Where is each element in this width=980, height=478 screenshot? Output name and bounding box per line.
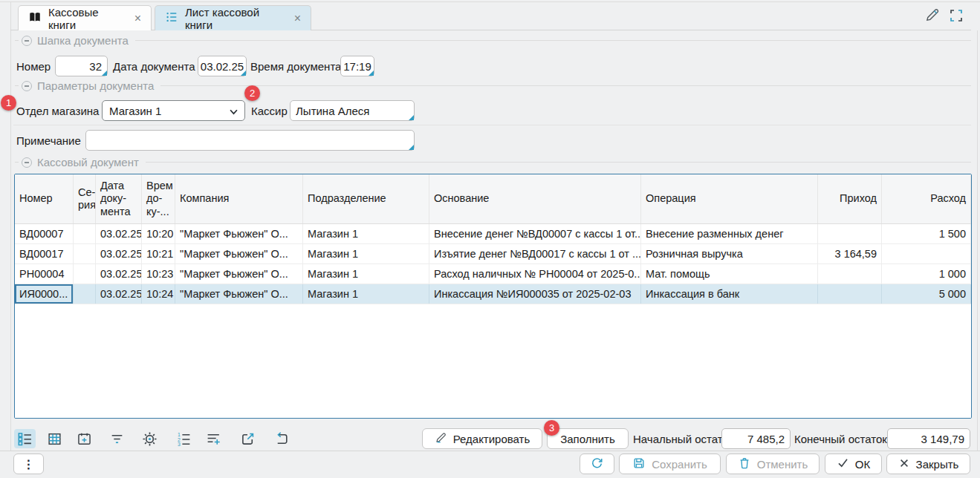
column-header[interactable]: Операция <box>641 174 818 223</box>
table-cell[interactable]: Магазин 1 <box>303 244 429 263</box>
table-cell[interactable]: "Маркет Фьюжен" О... <box>175 264 303 284</box>
divider <box>0 451 980 451</box>
column-header[interactable]: Се-рия <box>74 174 96 223</box>
column-header[interactable]: Основание <box>429 174 641 223</box>
save-button[interactable]: Сохранить <box>619 454 721 474</box>
table-cell[interactable]: "Маркет Фьюжен" О... <box>175 224 303 243</box>
refresh-button[interactable] <box>580 454 614 474</box>
table-cell[interactable] <box>74 264 96 284</box>
table-cell[interactable]: РН00004 <box>15 264 74 284</box>
table-cell[interactable]: 03.02.25 <box>96 224 142 243</box>
table-cell[interactable]: 10:23 <box>142 264 175 284</box>
note-input[interactable] <box>85 130 415 151</box>
table-cell[interactable] <box>818 284 882 304</box>
table-cell[interactable]: 10:21 <box>142 244 175 263</box>
table-cell[interactable]: Магазин 1 <box>303 284 429 304</box>
store-department-select[interactable]: Магазин 1 <box>102 100 245 121</box>
add-lines-icon[interactable] <box>203 429 224 448</box>
view-list-icon[interactable] <box>14 429 36 448</box>
table-cell[interactable]: Внесение денег №ВД00007 с кассы 1 от... <box>429 224 641 243</box>
table-cell[interactable]: ВД00017 <box>15 244 74 263</box>
table-cell[interactable]: 10:20 <box>142 224 175 243</box>
table-row[interactable]: ИЯ0000...03.02.2510:24"Маркет Фьюжен" О.… <box>15 284 971 304</box>
opening-balance-input[interactable] <box>721 428 791 449</box>
table-cell[interactable]: Внесение разменных денег <box>641 224 818 243</box>
table-row[interactable]: ВД0000703.02.2510:20"Маркет Фьюжен" О...… <box>15 224 971 244</box>
tab-close-icon[interactable]: × <box>294 13 301 24</box>
number-input[interactable] <box>55 56 108 76</box>
column-header[interactable]: Приход <box>818 174 882 223</box>
section-title: Параметры документа <box>37 79 154 92</box>
list-icon <box>165 10 178 26</box>
tab-cash-books[interactable]: Кассовые книги × <box>18 5 152 30</box>
collapse-icon[interactable] <box>22 81 32 91</box>
table-cell[interactable]: Розничная выручка <box>641 244 818 263</box>
collapse-icon[interactable] <box>22 36 32 46</box>
cashier-label: Кассир <box>251 100 288 121</box>
fullscreen-icon[interactable] <box>947 7 965 24</box>
table-cell[interactable]: Инкассация в банк <box>641 284 818 304</box>
edit-pencil-icon[interactable] <box>924 6 941 24</box>
close-button[interactable]: Закрыть <box>886 454 970 474</box>
column-header[interactable]: Врем до-ку-... <box>142 174 175 223</box>
table-cell[interactable]: "Маркет Фьюжен" О... <box>175 244 303 263</box>
table-cell[interactable]: 1 500 <box>882 224 971 243</box>
open-external-icon[interactable] <box>237 429 259 448</box>
table-cell[interactable]: Инкассация №ИЯ000035 от 2025-02-03 <box>429 284 641 304</box>
table-cell[interactable]: 10:24 <box>142 284 175 304</box>
tab-cash-book-sheet[interactable]: Лист кассовой книги × <box>155 5 311 30</box>
closing-balance-input[interactable] <box>887 428 970 449</box>
table-cell[interactable]: ИЯ0000... <box>15 284 74 304</box>
table-row[interactable]: ВД0001703.02.2510:21"Маркет Фьюжен" О...… <box>15 244 971 264</box>
column-header[interactable]: Расход <box>882 174 971 223</box>
table-cell[interactable] <box>882 244 971 263</box>
collapse-icon[interactable] <box>22 157 32 168</box>
tab-label: Лист кассовой книги <box>185 6 286 31</box>
table-cell[interactable]: Изъятие денег №ВД00017 с кассы 1 от ... <box>429 244 641 263</box>
cashier-input[interactable] <box>290 100 415 121</box>
numbered-list-icon[interactable]: 1 2 3 <box>173 429 195 448</box>
column-header[interactable]: Компания <box>175 174 303 223</box>
modified-corner-marker <box>409 115 414 120</box>
ok-button[interactable]: ОК <box>825 454 882 474</box>
more-actions-button[interactable]: ⋮ <box>13 454 44 474</box>
table-cell[interactable]: ВД00007 <box>15 224 74 243</box>
note-label: Примечание <box>16 130 81 151</box>
gear-icon[interactable] <box>139 429 160 448</box>
table-cell[interactable]: 03.02.25 <box>96 264 142 284</box>
table-cell[interactable] <box>74 244 96 263</box>
table-cell[interactable] <box>74 224 96 243</box>
table-cell[interactable]: Магазин 1 <box>303 264 429 284</box>
edit-button-label: Редактировать <box>453 433 530 445</box>
table-cell[interactable] <box>74 284 96 304</box>
column-header[interactable]: Номер <box>15 174 74 223</box>
table-grid-icon[interactable] <box>44 429 65 448</box>
save-button-label: Сохранить <box>652 458 707 471</box>
edit-button[interactable]: Редактировать <box>422 428 542 449</box>
table-cell[interactable]: 5 000 <box>882 284 971 304</box>
table-cell[interactable]: Расход наличных № РН00004 от 2025-0... <box>429 264 641 284</box>
doc-date-input[interactable] <box>198 56 247 76</box>
table-cell[interactable]: 1 000 <box>882 264 971 284</box>
cancel-button[interactable]: Отменить <box>726 454 820 474</box>
fill-button[interactable]: Заполнить <box>547 428 629 449</box>
calendar-add-icon[interactable] <box>74 429 95 448</box>
filter-icon[interactable] <box>106 429 128 448</box>
divider <box>135 40 971 41</box>
table-row[interactable]: РН0000403.02.2510:23"Маркет Фьюжен" О...… <box>15 264 971 284</box>
column-header[interactable]: Дата доку-мента <box>96 174 142 223</box>
repeat-icon[interactable] <box>271 429 293 448</box>
table-cell[interactable]: Мат. помощь <box>641 264 818 284</box>
column-header[interactable]: Подразделение <box>303 174 429 223</box>
table-cell[interactable]: 3 164,59 <box>818 244 882 263</box>
opening-balance-label: Начальный остаток <box>633 428 733 449</box>
divider <box>15 85 19 86</box>
table-cell[interactable]: 03.02.25 <box>96 284 142 304</box>
table-cell[interactable] <box>818 264 882 284</box>
table-cell[interactable]: 03.02.25 <box>96 244 142 263</box>
table-cell[interactable]: "Маркет Фьюжен" О... <box>175 284 303 304</box>
close-button-label: Закрыть <box>916 458 959 471</box>
tab-close-icon[interactable]: × <box>134 13 141 24</box>
table-cell[interactable]: Магазин 1 <box>303 224 429 243</box>
table-cell[interactable] <box>818 224 882 243</box>
